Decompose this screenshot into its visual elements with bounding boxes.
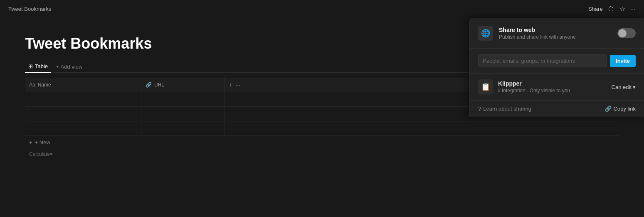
new-row-button[interactable]: + + New [25,136,619,149]
calculate-chevron-icon: ▾ [50,151,52,157]
invite-button[interactable]: Invite [610,55,636,67]
share-to-web-subtitle: Publish and share link with anyone [499,34,612,40]
table-cell-name-2[interactable] [25,107,141,121]
toggle-knob [618,29,627,37]
integration-name: Klippper [498,80,607,87]
can-edit-button[interactable]: Can edit ▾ [612,84,636,90]
integration-row: 📋 Klippper ℹ Integration · Only visible … [470,74,644,101]
share-to-web-section: 🌐 Share to web Publish and share link wi… [470,18,644,49]
table-cell-url-1[interactable] [141,92,225,106]
calculate-row[interactable]: Calculate ▾ [25,149,619,160]
learn-sharing-label: Learn about sharing [483,106,531,112]
share-to-web-toggle[interactable] [617,28,636,38]
table-cell-name-3[interactable] [25,121,141,136]
share-to-web-title: Share to web [499,27,612,33]
integration-sub-text: Integration · Only visible to you [502,88,570,94]
table-cell-url-3[interactable] [141,121,225,136]
tab-table-label: Table [35,63,48,69]
calculate-label: Calculate [29,151,50,157]
add-column-icon[interactable]: + [229,81,232,88]
add-view-button[interactable]: + Add view [53,61,86,72]
learn-question-icon: ? [478,106,481,112]
share-to-web-info: Share to web Publish and share link with… [499,27,612,40]
share-panel-footer: ? Learn about sharing 🔗 Copy link [470,101,644,117]
name-col-label: Name [38,82,51,88]
can-edit-chevron-icon: ▾ [633,84,636,90]
share-button[interactable]: Share [588,6,603,12]
main-content: Tweet Bookmarks ⊞ Table + Add view Aa Na… [0,18,644,217]
topbar-title: Tweet Bookmarks [8,6,51,12]
copy-link-icon: 🔗 [605,106,612,112]
url-col-icon: 🔗 [146,82,152,88]
table-cell-url-2[interactable] [141,107,225,121]
url-col-label: URL [154,82,164,88]
new-row-plus-icon: + [29,139,32,145]
integration-info: Klippper ℹ Integration · Only visible to… [498,80,607,94]
invite-input[interactable] [478,54,607,67]
share-globe-icon: 🌐 [478,26,493,41]
invite-row: Invite [470,49,644,74]
new-row-label: + New [35,139,50,145]
history-icon[interactable]: ⏱ [608,5,614,13]
favorite-icon[interactable]: ☆ [619,5,625,13]
integration-info-icon: ℹ [498,88,500,94]
learn-sharing-link[interactable]: ? Learn about sharing [478,106,531,112]
table-view-icon: ⊞ [28,63,33,69]
more-menu-icon[interactable]: ··· [630,5,636,13]
share-to-web-row: 🌐 Share to web Publish and share link wi… [478,26,636,41]
can-edit-label: Can edit [612,84,632,90]
tab-table[interactable]: ⊞ Table [25,61,51,73]
name-col-icon: Aa [29,82,35,88]
topbar-actions: Share ⏱ ☆ ··· [588,5,636,13]
integration-sub: ℹ Integration · Only visible to you [498,88,607,94]
column-header-url: 🔗 URL [141,78,225,92]
column-add-actions: + ··· [225,79,244,91]
copy-link-label: Copy link [614,106,636,112]
table-row [25,121,619,136]
topbar: Tweet Bookmarks Share ⏱ ☆ ··· [0,0,644,18]
column-more-icon[interactable]: ··· [235,81,240,88]
share-panel: 🌐 Share to web Publish and share link wi… [469,18,644,117]
column-header-name: Aa Name [25,78,141,92]
table-cell-name-1[interactable] [25,92,141,106]
copy-link-button[interactable]: 🔗 Copy link [605,106,636,112]
integration-icon: 📋 [478,79,493,94]
